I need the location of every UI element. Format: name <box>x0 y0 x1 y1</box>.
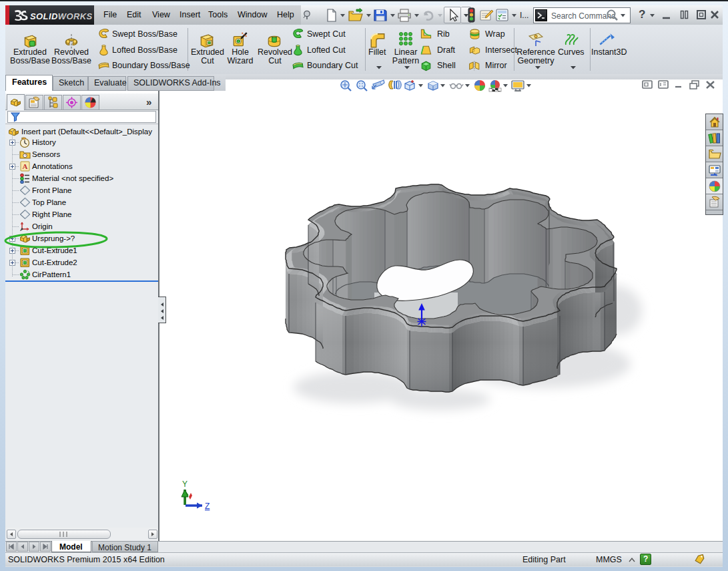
svg-text:A: A <box>23 162 28 170</box>
svg-text:Z: Z <box>205 502 210 511</box>
svg-text:SOLIDWORKS: SOLIDWORKS <box>30 11 92 21</box>
svg-text:Y: Y <box>182 480 188 489</box>
